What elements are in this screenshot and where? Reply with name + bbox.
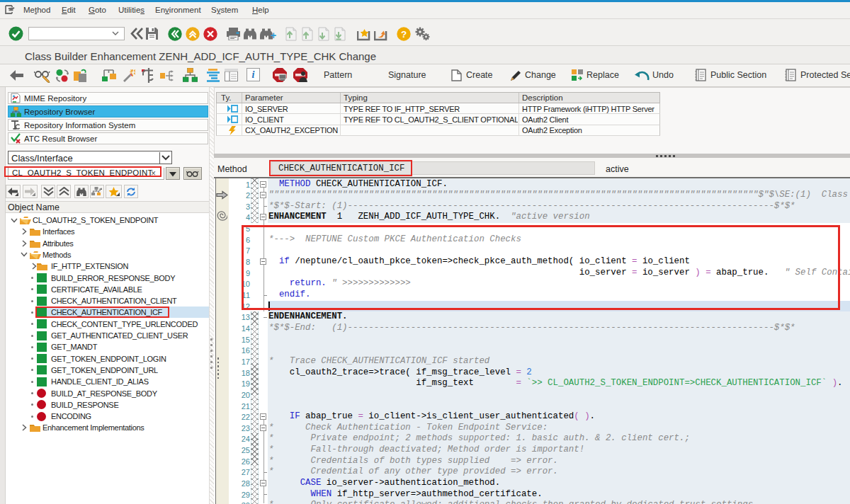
svg-text:?: ?: [401, 29, 407, 40]
